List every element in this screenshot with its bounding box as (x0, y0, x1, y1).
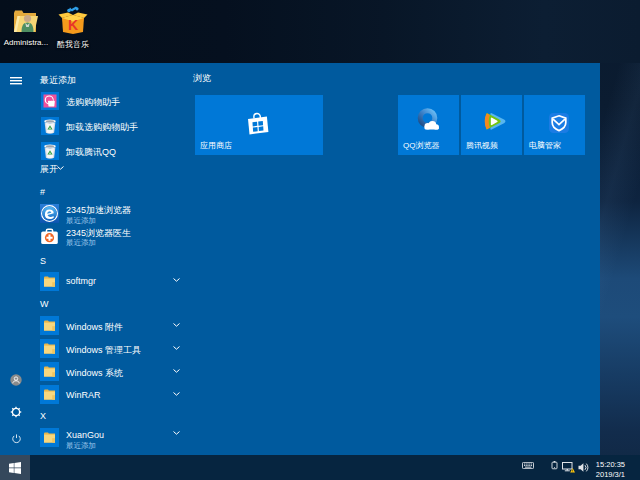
svg-text:K: K (68, 17, 78, 33)
